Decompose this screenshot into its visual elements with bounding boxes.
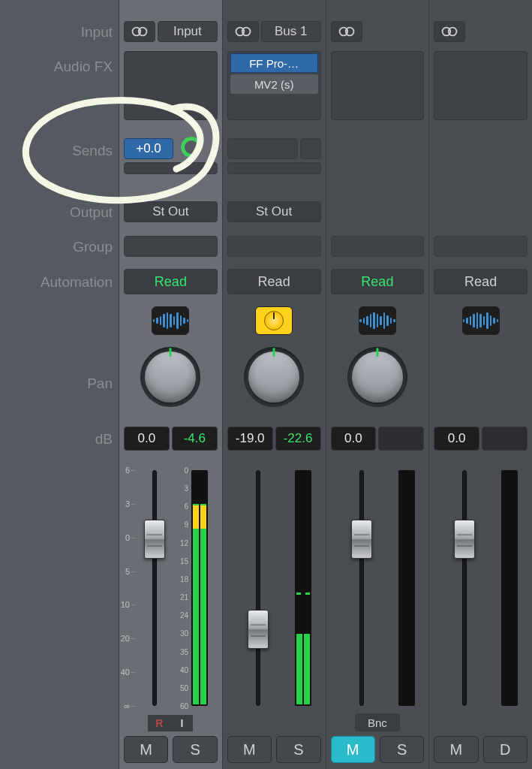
stereo-icon[interactable] xyxy=(331,21,362,42)
meter-db-readout: -22.6 xyxy=(275,427,321,451)
output-slot[interactable]: St Out xyxy=(124,201,218,222)
solo-button[interactable]: S xyxy=(173,736,217,763)
solo-button[interactable]: D xyxy=(483,736,527,763)
bounce-button[interactable]: Bnc xyxy=(355,713,400,731)
label-automation: Automation xyxy=(41,274,113,291)
audio-fx-area[interactable]: FF Pro-…MV2 (s) xyxy=(227,51,321,120)
audio-fx-area[interactable] xyxy=(124,51,218,120)
automation-mode[interactable]: Read xyxy=(331,269,425,294)
group-slot[interactable] xyxy=(331,236,425,257)
fader-meter-area xyxy=(223,464,326,712)
meter-db-readout xyxy=(378,427,424,451)
fader-cap[interactable] xyxy=(144,520,165,559)
record-enable[interactable]: R xyxy=(148,715,170,731)
row-labels: Input Audio FX Sends Output Group Automa… xyxy=(0,0,119,769)
pan-knob[interactable] xyxy=(140,347,200,407)
send-knob-empty[interactable] xyxy=(300,138,321,159)
stereo-icon[interactable] xyxy=(227,21,259,42)
record-input-buttons[interactable]: R I xyxy=(148,715,193,731)
input-monitor[interactable]: I xyxy=(170,715,193,731)
label-input: Input xyxy=(81,24,113,41)
send-level[interactable]: +0.0 xyxy=(124,138,173,159)
solo-button[interactable]: S xyxy=(276,736,320,763)
channel-strip: Read 0.0 M D xyxy=(428,0,532,769)
fader-db-readout: 0.0 xyxy=(124,427,170,451)
level-meter xyxy=(501,470,518,706)
audio-fx-area[interactable] xyxy=(434,51,527,120)
label-sends: Sends xyxy=(72,143,113,159)
level-meter xyxy=(398,470,415,706)
output-slot[interactable]: St Out xyxy=(227,201,321,222)
level-meter xyxy=(295,470,311,706)
channel-strip: Input +0.0 St Out Read 0.0 -4.6 6 3 xyxy=(119,0,222,769)
send-slot-empty[interactable] xyxy=(227,138,298,159)
channel-strip: Bus 1FF Pro-…MV2 (s) St Out Read -19.0 -… xyxy=(222,0,326,769)
input-slot[interactable]: Input xyxy=(158,21,218,42)
automation-mode[interactable]: Read xyxy=(124,269,218,294)
fader-db-readout: 0.0 xyxy=(434,427,479,451)
mute-button[interactable]: M xyxy=(124,736,168,763)
meter-db-readout: -4.6 xyxy=(172,427,218,451)
fader-cap[interactable] xyxy=(454,520,475,559)
fader-db-readout: 0.0 xyxy=(331,427,377,451)
automation-mode[interactable]: Read xyxy=(227,269,321,294)
fx-insert[interactable]: FF Pro-… xyxy=(230,53,318,73)
mute-button[interactable]: M xyxy=(434,736,478,763)
send-knob[interactable] xyxy=(181,137,202,158)
pan-knob[interactable] xyxy=(347,347,407,407)
stereo-icon[interactable] xyxy=(124,21,155,42)
waveform-icon[interactable] xyxy=(152,306,189,335)
meter-db-readout xyxy=(482,427,527,451)
waveform-icon[interactable] xyxy=(359,306,396,335)
send-slot-empty[interactable] xyxy=(124,162,218,174)
solo-button[interactable]: S xyxy=(380,736,424,763)
fader-track[interactable] xyxy=(152,470,157,706)
fader-db-readout: -19.0 xyxy=(227,427,273,451)
input-slot[interactable]: Bus 1 xyxy=(261,21,321,42)
label-pan: Pan xyxy=(87,375,113,392)
fader-track[interactable] xyxy=(462,470,467,706)
fader-meter-area: 6 3 0 5 10 20 40 ∞0369121518212430354050… xyxy=(119,464,222,712)
waveform-icon[interactable] xyxy=(462,306,500,335)
fader-track[interactable] xyxy=(256,470,260,706)
channel-strip: Read 0.0 Bnc M S xyxy=(326,0,429,769)
group-slot[interactable] xyxy=(227,236,321,257)
audio-fx-area[interactable] xyxy=(331,51,425,120)
send-slot-empty[interactable] xyxy=(227,162,321,174)
mute-button[interactable]: M xyxy=(227,736,272,763)
group-slot[interactable] xyxy=(124,236,218,257)
level-meter xyxy=(191,470,208,706)
fader-meter-area xyxy=(326,464,429,712)
label-output: Output xyxy=(70,204,113,221)
group-slot[interactable] xyxy=(434,236,527,257)
label-db: dB xyxy=(95,431,113,448)
fader-cap[interactable] xyxy=(351,520,372,559)
label-group: Group xyxy=(73,239,113,255)
mute-button[interactable]: M xyxy=(331,736,375,763)
stereo-icon[interactable] xyxy=(434,21,465,42)
fader-cap[interactable] xyxy=(248,610,269,649)
automation-mode[interactable]: Read xyxy=(434,269,527,294)
fx-insert[interactable]: MV2 (s) xyxy=(230,74,318,94)
input-mode-icon[interactable] xyxy=(255,306,293,335)
pan-knob[interactable] xyxy=(244,347,304,407)
fader-track[interactable] xyxy=(359,470,364,706)
fader-meter-area xyxy=(429,464,532,712)
label-audio-fx: Audio FX xyxy=(54,59,113,75)
